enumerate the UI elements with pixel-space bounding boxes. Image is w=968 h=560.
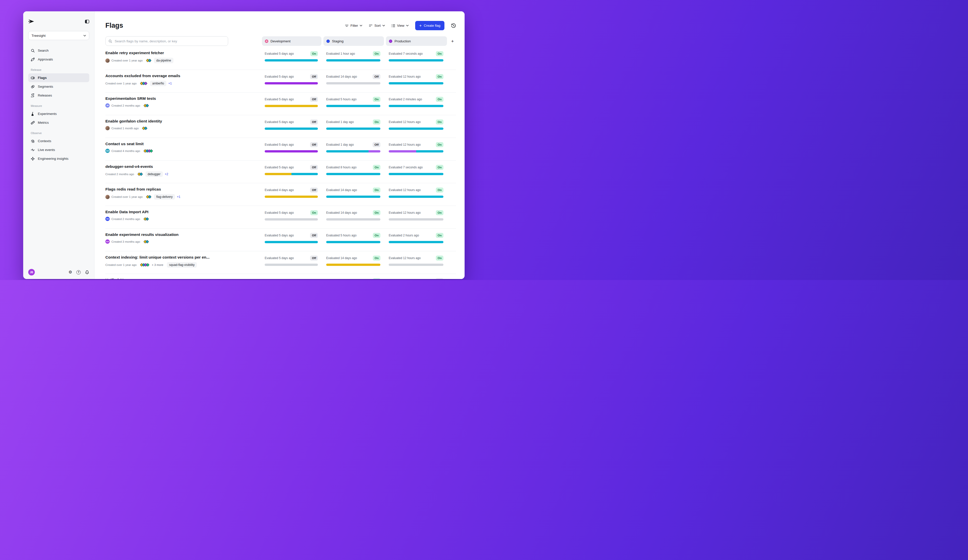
flag-tag[interactable]: squad-flag-visibility bbox=[167, 262, 197, 268]
flag-row[interactable]: Experimentaiton SRM testsJRCreated 2 mon… bbox=[105, 92, 456, 115]
env-dot bbox=[327, 40, 330, 43]
env-name: Staging bbox=[332, 39, 343, 43]
env-cell-development: Evaluated 5 days agoOff bbox=[262, 96, 322, 107]
org-select[interactable]: Treesight bbox=[28, 31, 89, 40]
view-list-icon bbox=[391, 24, 395, 28]
sidebar-item-label: Contexts bbox=[38, 139, 51, 143]
sidebar-item-contexts[interactable]: Contexts bbox=[28, 137, 89, 146]
status-badge: On bbox=[436, 255, 443, 260]
env-cell-development: Evaluated 5 days agoOn bbox=[262, 210, 322, 220]
flag-row[interactable]: Contact us seat limitAACreated 4 months … bbox=[105, 138, 456, 160]
flag-row[interactable]: Enable retry experiment fetcherCreated o… bbox=[105, 47, 456, 70]
flag-main-cell: Unified AI bbox=[105, 278, 260, 279]
search-input[interactable] bbox=[114, 39, 225, 43]
env-cell-production: Evaluated 7 seconds agoOn bbox=[386, 51, 447, 61]
rollout-bar bbox=[389, 128, 443, 130]
created-text: Created over 1 year ago bbox=[111, 196, 143, 198]
sidebar-item-engineering-insights[interactable]: Engineering insights bbox=[28, 154, 89, 163]
status-badge: On bbox=[373, 97, 380, 102]
env-header-production[interactable]: Production bbox=[386, 36, 447, 46]
status-badge: Off bbox=[373, 74, 380, 79]
flag-row[interactable]: Enable experiment results visualizationA… bbox=[105, 228, 456, 251]
insights-icon bbox=[31, 157, 35, 161]
flag-row[interactable]: Enable Data Import APISSCreated 2 months… bbox=[105, 205, 456, 228]
rollout-bar bbox=[265, 196, 318, 198]
flag-title[interactable]: Contact us seat limit bbox=[105, 142, 260, 146]
env-header-development[interactable]: Development bbox=[262, 36, 322, 46]
flag-title[interactable]: Enable gonfalon client identity bbox=[105, 119, 260, 124]
create-flag-button[interactable]: + Create flag bbox=[415, 21, 444, 30]
sort-button[interactable]: Sort bbox=[369, 24, 385, 28]
flag-meta: Created 2 months agodebugger+2 bbox=[105, 171, 260, 177]
flag-row[interactable]: Flags redis read from replicasCreated ov… bbox=[105, 183, 456, 205]
flag-row[interactable]: Unified AIOnOff bbox=[105, 274, 456, 279]
flag-title[interactable]: Enable retry experiment fetcher bbox=[105, 51, 260, 55]
sidebar-item-experiments[interactable]: Experiments bbox=[28, 109, 89, 118]
more-tags-link[interactable]: +1 bbox=[168, 82, 172, 85]
flag-row[interactable]: debugger-send-v4-eventsCreated 2 months … bbox=[105, 160, 456, 183]
flag-row[interactable]: Accounts excluded from overage emailsCre… bbox=[105, 70, 456, 92]
sidebar-item-label: Flags bbox=[38, 76, 46, 80]
sidebar-item-search[interactable]: Search bbox=[28, 46, 89, 55]
search-icon bbox=[31, 49, 35, 53]
notifications-bell-icon[interactable] bbox=[85, 270, 89, 275]
history-clock-icon[interactable] bbox=[451, 23, 456, 28]
more-tags-link[interactable]: +2 bbox=[165, 172, 168, 176]
status-badge: On bbox=[310, 51, 318, 56]
env-cell-staging: On bbox=[323, 278, 384, 279]
flag-tag[interactable]: debugger bbox=[146, 171, 163, 177]
flag-title[interactable]: debugger-send-v4-events bbox=[105, 164, 260, 169]
env-cell-staging: Evaluated 14 days agoOff bbox=[323, 74, 384, 84]
flag-list: Enable retry experiment fetcherCreated o… bbox=[105, 47, 456, 279]
filter-button[interactable]: Filter bbox=[345, 24, 362, 28]
sidebar-item-flags[interactable]: Flags bbox=[28, 73, 89, 82]
flag-title[interactable]: Context indexing: limit unique context v… bbox=[105, 255, 260, 260]
variation-diamonds bbox=[143, 127, 146, 129]
sidebar-item-segments[interactable]: Segments bbox=[28, 82, 89, 91]
add-environment-button[interactable]: + bbox=[449, 39, 456, 44]
help-icon[interactable]: ? bbox=[76, 270, 81, 275]
status-badge: Off bbox=[310, 74, 318, 79]
env-cell-production: Evaluated 12 hours agoOn bbox=[386, 142, 447, 152]
flag-title[interactable]: Experimentaiton SRM tests bbox=[105, 96, 260, 101]
evaluated-text: Evaluated 5 hours ago bbox=[326, 98, 356, 101]
env-cell-production: Evaluated 12 hours agoOn bbox=[386, 187, 447, 198]
user-avatar[interactable]: JB bbox=[28, 269, 35, 275]
flag-row[interactable]: Context indexing: limit unique context v… bbox=[105, 251, 456, 274]
more-tags-link[interactable]: +1 bbox=[177, 195, 181, 199]
rollout-bar bbox=[265, 82, 318, 84]
approvals-icon bbox=[31, 58, 35, 61]
evaluated-text: Evaluated 1 hour ago bbox=[326, 52, 355, 55]
sidebar-item-metrics[interactable]: Metrics bbox=[28, 118, 89, 127]
env-cell-staging: Evaluated 1 hour agoOn bbox=[323, 51, 384, 61]
collapse-sidebar-icon[interactable] bbox=[85, 20, 89, 23]
env-cell-development: Evaluated 5 days agoOff bbox=[262, 255, 322, 266]
flag-tag[interactable]: amberflo bbox=[150, 81, 166, 86]
flag-meta: Created over 1 year agoflag-delivery+1 bbox=[105, 194, 260, 200]
flag-title[interactable]: Enable experiment results visualization bbox=[105, 232, 260, 237]
variation-diamond-icon bbox=[146, 217, 149, 220]
avatar-initials: JR bbox=[105, 103, 109, 108]
sidebar-item-approvals[interactable]: Approvals bbox=[28, 55, 89, 64]
rollout-bar bbox=[389, 59, 443, 61]
evaluated-text: Evaluated 5 days ago bbox=[265, 211, 294, 214]
flag-tag[interactable]: flag-delivery bbox=[154, 194, 175, 200]
evaluated-text: Evaluated 2 minutes ago bbox=[389, 98, 422, 101]
variation-diamonds bbox=[144, 240, 148, 243]
sidebar-item-live-events[interactable]: Live events bbox=[28, 146, 89, 154]
flag-title[interactable]: Accounts excluded from overage emails bbox=[105, 74, 260, 78]
chevron-down-icon bbox=[383, 25, 385, 27]
flag-title[interactable]: Enable Data Import API bbox=[105, 210, 260, 214]
status-badge: Off bbox=[436, 278, 443, 279]
flag-title[interactable]: Flags redis read from replicas bbox=[105, 187, 260, 192]
status-badge: On bbox=[373, 278, 380, 279]
rollout-bar bbox=[326, 82, 380, 84]
sidebar-item-releases[interactable]: Releases bbox=[28, 91, 89, 100]
settings-gear-icon[interactable]: ⚙︎ bbox=[68, 270, 72, 274]
env-header-staging[interactable]: Staging bbox=[323, 36, 384, 46]
search-icon bbox=[108, 39, 112, 43]
flag-title[interactable]: Unified AI bbox=[105, 278, 260, 279]
flag-tag[interactable]: da-pipeline bbox=[154, 58, 174, 63]
flag-row[interactable]: Enable gonfalon client identityCreated 1… bbox=[105, 115, 456, 138]
view-button[interactable]: View bbox=[391, 24, 409, 28]
